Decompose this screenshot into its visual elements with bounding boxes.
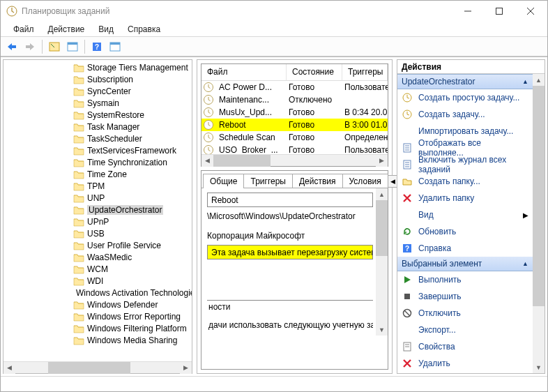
tree-node[interactable]: Windows Defender — [3, 299, 192, 310]
menu-help[interactable]: Справка — [121, 23, 167, 36]
refresh-icon — [402, 226, 413, 237]
scroll-right-icon[interactable]: ▶ — [180, 362, 192, 374]
pane-button-1[interactable] — [64, 39, 81, 54]
task-row[interactable]: MusUx_Upd...ГотовоВ 0:34 20.07.2018 — [201, 106, 388, 119]
tree-node[interactable]: UpdateOrchestrator — [3, 204, 192, 216]
tree-node[interactable]: UPnP — [3, 216, 192, 227]
tree-node-label: TaskScheduler — [87, 134, 142, 144]
minimize-button[interactable] — [452, 1, 483, 22]
scroll-up-icon[interactable]: ▲ — [376, 188, 388, 200]
tree-node[interactable]: WCM — [3, 263, 192, 275]
tree-node-label: Sysmain — [87, 98, 119, 108]
scroll-down-icon[interactable]: ▼ — [533, 361, 545, 373]
scroll-left-icon[interactable]: ◀ — [201, 155, 213, 167]
action-item[interactable]: Создать задачу... — [397, 106, 533, 123]
task-author-label: Корпорация Майкрософт — [207, 231, 373, 241]
tree-node[interactable]: Sysmain — [3, 97, 192, 109]
action-item[interactable]: Завершить — [397, 288, 533, 305]
tree-node[interactable]: TextServicesFramework — [3, 144, 192, 156]
tree-node-label: UpdateOrchestrator — [87, 205, 163, 215]
action-item[interactable]: Создать папку... — [397, 173, 533, 190]
menu-view[interactable]: Вид — [91, 23, 121, 36]
col-state[interactable]: Состояние — [287, 64, 342, 80]
tree-node[interactable]: Windows Filtering Platform — [3, 322, 192, 334]
scroll-up-icon[interactable]: ▲ — [533, 74, 545, 86]
help-button[interactable]: ? — [89, 39, 105, 54]
action-item[interactable]: Свойства — [397, 338, 533, 355]
tree-node[interactable]: Time Zone — [3, 168, 192, 180]
menu-file[interactable]: Файл — [6, 23, 41, 36]
cell-trigger: Пользовательский — [342, 145, 388, 154]
task-row[interactable]: USO_Broker_...ГотовоПользовательский — [201, 144, 388, 154]
tree-body[interactable]: Storage Tiers ManagementSubscriptionSync… — [3, 60, 192, 361]
tree-node[interactable]: Subscription — [3, 73, 192, 85]
action-item[interactable]: Отображать все выполняе... — [397, 140, 533, 156]
action-item[interactable]: Создать простую задачу... — [397, 89, 533, 106]
tree-node[interactable]: Windows Activation Technologies — [3, 287, 192, 299]
tree-node[interactable]: SyncCenter — [3, 85, 192, 97]
tree-node[interactable]: Storage Tiers Management — [3, 61, 192, 73]
tree-node[interactable]: Time Synchronization — [3, 156, 192, 168]
col-file[interactable]: Файл — [201, 64, 287, 80]
task-row[interactable]: RebootГотовоВ 3:00 01.01.2000 — [201, 119, 388, 131]
back-button[interactable] — [3, 39, 20, 54]
tree-node-label: UPnP — [87, 217, 109, 227]
task-description-field[interactable]: Эта задача вызывает перезагрузку системы… — [207, 245, 373, 259]
tree-node[interactable]: Windows Media Sharing — [3, 334, 192, 346]
tree-node[interactable]: WaaSMedic — [3, 251, 192, 263]
scroll-down-icon[interactable]: ▼ — [376, 324, 388, 336]
pane-button-2[interactable] — [107, 39, 123, 54]
tree-node[interactable]: WDI — [3, 275, 192, 287]
cell-state: Готово — [286, 120, 342, 130]
col-triggers[interactable]: Триггеры — [342, 64, 388, 80]
tasklist-h-scrollbar[interactable]: ◀ ▶ — [201, 154, 388, 166]
tree-node[interactable]: User Profile Service — [3, 239, 192, 251]
actions-v-scrollbar[interactable]: ▲ ▼ — [533, 74, 545, 373]
tree-node-label: TPM — [87, 181, 105, 191]
maximize-button[interactable] — [483, 1, 515, 22]
tree-h-scrollbar[interactable]: ◀ ▶ — [3, 361, 192, 373]
cell-name: USO_Broker_... — [216, 145, 286, 154]
tree-node[interactable]: USB — [3, 227, 192, 239]
action-item[interactable]: Удалить папку — [397, 190, 533, 206]
close-button[interactable] — [515, 1, 546, 22]
tree-node[interactable]: TaskScheduler — [3, 133, 192, 144]
tab-conditions[interactable]: Условия — [342, 174, 388, 188]
task-rows[interactable]: AC Power D...ГотовоПользовательскийMaint… — [201, 81, 388, 154]
action-item[interactable]: Удалить — [397, 355, 533, 372]
action-item[interactable]: Отключить — [397, 305, 533, 322]
task-row[interactable]: Maintenanc...Отключено — [201, 93, 388, 106]
tree-pane: Storage Tiers ManagementSubscriptionSync… — [3, 59, 192, 374]
action-item[interactable]: Включить журнал всех заданий — [397, 156, 533, 173]
action-item[interactable]: Импортировать задачу... — [397, 123, 533, 140]
cut-text-2: дачи использовать следующую учетную запи… — [207, 319, 373, 331]
x-red-icon — [402, 193, 413, 204]
scroll-right-icon[interactable]: ▶ — [376, 155, 388, 167]
task-row[interactable]: Schedule ScanГотовоОпределено несколько — [201, 131, 388, 144]
action-item[interactable]: Вид▶ — [397, 206, 533, 223]
actions-section-header[interactable]: Выбранный элемент▲ — [397, 257, 533, 271]
tab-actions[interactable]: Действия — [292, 174, 343, 188]
action-label: Отключить — [418, 308, 461, 318]
tree-node[interactable]: SystemRestore — [3, 109, 192, 121]
tab-triggers[interactable]: Триггеры — [243, 174, 293, 188]
action-item[interactable]: Экспорт... — [397, 322, 533, 338]
action-item[interactable]: Выполнить — [397, 271, 533, 288]
action-item[interactable]: ?Справка — [397, 240, 533, 257]
actions-section-header[interactable]: UpdateOrchestrator▲ — [397, 75, 533, 89]
forward-button[interactable] — [22, 39, 38, 54]
tree-node[interactable]: Task Manager — [3, 121, 192, 133]
task-name-field[interactable]: Reboot — [207, 193, 373, 207]
details-v-scrollbar[interactable]: ▲ ▼ — [376, 188, 388, 336]
task-row[interactable]: AC Power D...ГотовоПользовательский — [201, 81, 388, 93]
tree-node[interactable]: Windows Error Reporting — [3, 310, 192, 322]
menu-action[interactable]: Действие — [41, 23, 92, 36]
tree-node[interactable]: UNP — [3, 192, 192, 204]
tree-node[interactable]: TPM — [3, 180, 192, 192]
tree-node-label: WCM — [87, 264, 108, 274]
action-item[interactable]: Обновить — [397, 223, 533, 240]
show-tree-button[interactable] — [46, 39, 63, 54]
tab-general[interactable]: Общие — [203, 174, 244, 188]
chevron-up-icon: ▲ — [522, 260, 528, 267]
scroll-left-icon[interactable]: ◀ — [3, 362, 15, 374]
